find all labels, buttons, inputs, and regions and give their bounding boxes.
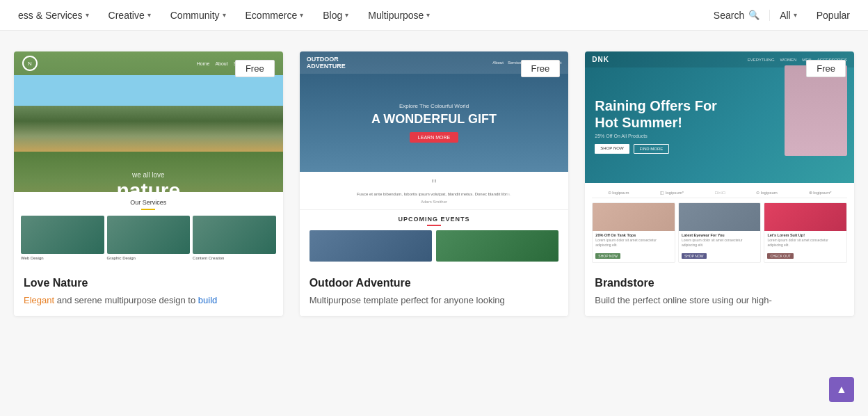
nav-item-community[interactable]: Community ▾ <box>161 0 236 31</box>
nav-label-multipurpose: Multipurpose <box>368 10 424 21</box>
nav-popular-label: Popular <box>807 10 860 21</box>
card-title-brandstore: Brandstore <box>595 277 844 289</box>
preview-outdoor-figure <box>507 184 513 198</box>
card-preview-brandstore: Free DNK EVERYTHING WOMEN MEN ACCESSORIE… <box>585 51 854 267</box>
preview-brand-btn-find: FIND MORE <box>634 144 670 154</box>
nav-label-creative: Creative <box>108 10 145 21</box>
preview-service-img-1 <box>21 216 104 254</box>
preview-logo: N <box>22 56 38 71</box>
brand-product-title-1: 20% Off On Tank Tops <box>595 233 672 237</box>
quote-mark: " <box>310 177 559 191</box>
brand-product-desc-2: Lorem ipsum dolor sit amet consectetur a… <box>682 238 758 247</box>
events-underline <box>427 225 441 226</box>
scroll-to-top-button[interactable]: ▲ <box>829 377 854 402</box>
card-desc-outdoor: Multipurpose template perfect for anyone… <box>310 294 559 307</box>
nav-item-blog[interactable]: Blog ▾ <box>313 0 358 31</box>
preview-services-underline <box>141 209 155 210</box>
event-img-2 <box>436 230 558 262</box>
preview-brand-hero-title: Raining Offers For Hot Summer! <box>595 97 720 131</box>
brand-product-2: Latest Eyewear For You Lorem ipsum dolor… <box>678 202 762 263</box>
free-badge: Free <box>521 60 561 77</box>
preview-outdoor-logo: OUTDOORADVENTURE <box>307 56 346 70</box>
nav-item-creative[interactable]: Creative ▾ <box>99 0 161 31</box>
template-card-love-nature[interactable]: Free N Home About Services Contact <box>14 51 283 316</box>
preview-mountains <box>14 75 283 152</box>
preview-services: Our Services Web Design Graphic Design <box>14 192 283 267</box>
nav-item-ecommerce[interactable]: Ecommerce ▾ <box>236 0 314 31</box>
event-img-1 <box>310 230 432 262</box>
card-info-love-nature: Love Nature Elegant and serene multipurp… <box>14 267 283 316</box>
brand-product-img-1 <box>593 203 675 231</box>
preview-brand-btn-shop: SHOP NOW <box>595 144 629 154</box>
card-info-brandstore: Brandstore Build the perfect online stor… <box>585 267 854 316</box>
chevron-down-icon: ▾ <box>223 11 226 19</box>
card-title-outdoor: Outdoor Adventure <box>310 277 559 289</box>
brand-product-1: 20% Off On Tank Tops Lorem ipsum dolor s… <box>592 202 675 263</box>
nav-item-multipurpose[interactable]: Multipurpose ▾ <box>358 0 440 31</box>
brand-product-3: Let's Lorem Suit Up! Lorem ipsum dolor s… <box>764 202 847 263</box>
free-badge: Free <box>235 60 275 77</box>
preview-service-img-2 <box>107 216 191 254</box>
desc-text-orange: Elegant <box>24 295 54 305</box>
chevron-down-icon: ▾ <box>300 11 303 19</box>
nav-item-services[interactable]: ess & Services ▾ <box>8 0 99 31</box>
chevron-down-icon: ▾ <box>426 11 430 19</box>
nav-label-blog: Blog <box>323 10 342 21</box>
brand-product-desc-3: Lorem ipsum dolor sit amet consectetur a… <box>767 238 844 247</box>
template-card-brandstore[interactable]: Free DNK EVERYTHING WOMEN MEN ACCESSORIE… <box>585 51 854 316</box>
brand-product-title-3: Let's Lorem Suit Up! <box>767 233 844 237</box>
search-label: Search <box>714 10 744 21</box>
brand-product-btn-1: SHOP NOW <box>595 253 620 259</box>
chevron-down-icon: ▾ <box>86 11 89 19</box>
free-badge: Free <box>806 60 846 77</box>
desc-text-1: and serene multipurpose design to <box>57 295 198 305</box>
brand-product-desc-1: Lorem ipsum dolor sit amet consectetur a… <box>595 238 672 247</box>
preview-outdoor-title: A WONDERFUL GIFT <box>371 112 497 127</box>
brand-product-img-2 <box>679 203 761 231</box>
preview-outdoor-subtitle: Explore The Colourful World <box>399 103 469 109</box>
preview-brand-partner-logos: ⊙ logipsum ◫ logipsum* □○○□ ⊙ logipsum ⊛… <box>592 187 847 198</box>
filter-all-button[interactable]: All ▾ <box>769 10 807 21</box>
search-icon: 🔍 <box>748 10 760 20</box>
template-card-outdoor-adventure[interactable]: Free OUTDOORADVENTURE About Services Pro… <box>300 51 569 316</box>
main-content: Free N Home About Services Contact <box>0 31 868 416</box>
top-navigation: ess & Services ▾ Creative ▾ Community ▾ … <box>0 0 868 31</box>
nav-label-ecommerce: Ecommerce <box>246 10 298 21</box>
events-title: UPCOMING EVENTS <box>310 216 559 223</box>
quote-text: Fusce et ante bibendum, lobortis ipsum v… <box>344 191 524 198</box>
preview-outdoor-quote: " Fusce et ante bibendum, lobortis ipsum… <box>300 172 569 209</box>
brand-product-btn-3: CHECK OUT <box>767 253 793 259</box>
search-button[interactable]: Search 🔍 <box>704 10 769 21</box>
brand-product-title-2: Latest Eyewear For You <box>682 233 758 237</box>
templates-grid: Free N Home About Services Contact <box>14 51 854 316</box>
brand-product-img-3 <box>764 203 846 231</box>
preview-brand-lower: ⊙ logipsum ◫ logipsum* □○○□ ⊙ logipsum ⊛… <box>585 183 854 267</box>
all-label: All <box>780 10 791 21</box>
brand-product-btn-2: SHOP NOW <box>682 253 707 259</box>
chevron-down-icon: ▾ <box>794 11 797 19</box>
card-preview-love-nature: Free N Home About Services Contact <box>14 51 283 267</box>
quote-author: Adam Smither <box>310 200 559 204</box>
card-preview-outdoor: Free OUTDOORADVENTURE About Services Pro… <box>300 51 569 267</box>
preview-brand-logo: DNK <box>592 56 609 63</box>
card-info-outdoor: Outdoor Adventure Multipurpose template … <box>300 267 569 316</box>
preview-outdoor-events: UPCOMING EVENTS <box>300 209 569 267</box>
preview-outdoor-cta: LEARN MORE <box>410 132 458 143</box>
desc-text-blue: build <box>198 295 217 305</box>
preview-outdoor-hero: Explore The Colourful World A WONDERFUL … <box>300 74 569 172</box>
card-title-love-nature: Love Nature <box>24 277 273 289</box>
preview-brand-model-image <box>785 65 847 156</box>
card-desc-brandstore: Build the perfect online store using our… <box>595 294 844 307</box>
preview-service-img-3 <box>193 216 276 254</box>
nav-label-services: ess & Services <box>18 10 83 21</box>
chevron-down-icon: ▾ <box>147 11 151 19</box>
events-images <box>310 230 559 262</box>
chevron-down-icon: ▾ <box>345 11 348 19</box>
preview-services-title: Our Services <box>21 199 276 206</box>
card-desc-love-nature: Elegant and serene multipurpose design t… <box>24 294 273 307</box>
preview-services-images: Web Design Graphic Design Content Creati… <box>21 216 276 260</box>
nav-label-community: Community <box>170 10 220 21</box>
preview-brand-products: 20% Off On Tank Tops Lorem ipsum dolor s… <box>592 202 847 263</box>
preview-tagline: we all love <box>88 171 208 179</box>
